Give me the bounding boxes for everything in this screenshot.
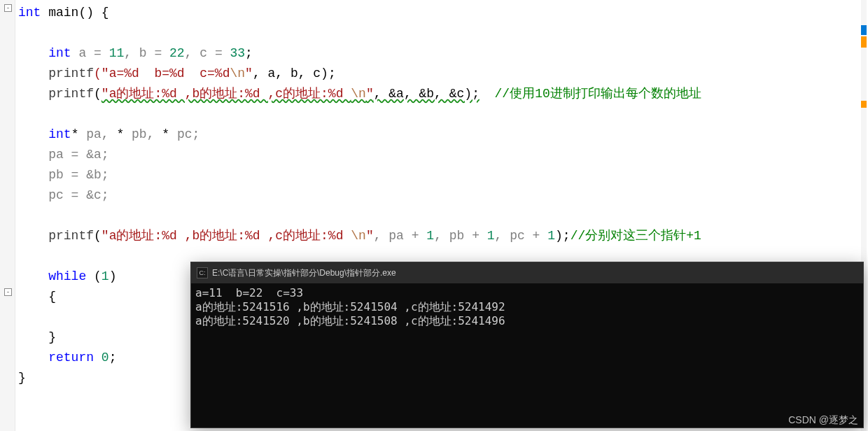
cursor-highlight [34, 104, 868, 125]
console-line: a=11 b=22 c=33 [195, 286, 303, 299]
console-title: E:\C语言\日常实操\指针部分\Debug\指针部分.exe [212, 267, 396, 279]
code-line[interactable] [18, 206, 868, 226]
code-line-cursor[interactable] [18, 104, 868, 125]
code-line[interactable]: int main() { [18, 3, 868, 23]
code-line[interactable]: pb = &b; [18, 165, 868, 185]
code-line[interactable]: int* pa, * pb, * pc; [18, 125, 868, 145]
console-line: a的地址:5241516 ,b的地址:5241504 ,c的地址:5241492 [195, 300, 505, 313]
code-line[interactable]: pc = &c; [18, 185, 868, 206]
console-titlebar[interactable]: C: E:\C语言\日常实操\指针部分\Debug\指针部分.exe [191, 262, 863, 283]
code-line[interactable]: pa = &a; [18, 145, 868, 165]
fold-toggle-main[interactable]: - [4, 4, 12, 12]
code-line[interactable] [18, 23, 868, 43]
console-window[interactable]: C: E:\C语言\日常实操\指针部分\Debug\指针部分.exe a=11 … [190, 262, 864, 428]
watermark-text: CSDN @逐梦之 [788, 414, 858, 427]
code-line[interactable]: printf("a=%d b=%d c=%d\n", a, b, c); [18, 64, 868, 84]
fold-toggle-while[interactable]: - [4, 288, 12, 296]
code-line[interactable]: int a = 11, b = 22, c = 33; [18, 43, 868, 64]
code-line[interactable]: printf("a的地址:%d ,b的地址:%d ,c的地址:%d \n", p… [18, 226, 868, 246]
console-app-icon: C: [197, 267, 208, 278]
editor-gutter: - - [0, 0, 15, 431]
console-output[interactable]: a=11 b=22 c=33 a的地址:5241516 ,b的地址:524150… [191, 283, 863, 331]
console-line: a的地址:5241520 ,b的地址:5241508 ,c的地址:5241496 [195, 314, 505, 327]
code-line[interactable]: printf("a的地址:%d ,b的地址:%d ,c的地址:%d \n", &… [18, 84, 868, 104]
